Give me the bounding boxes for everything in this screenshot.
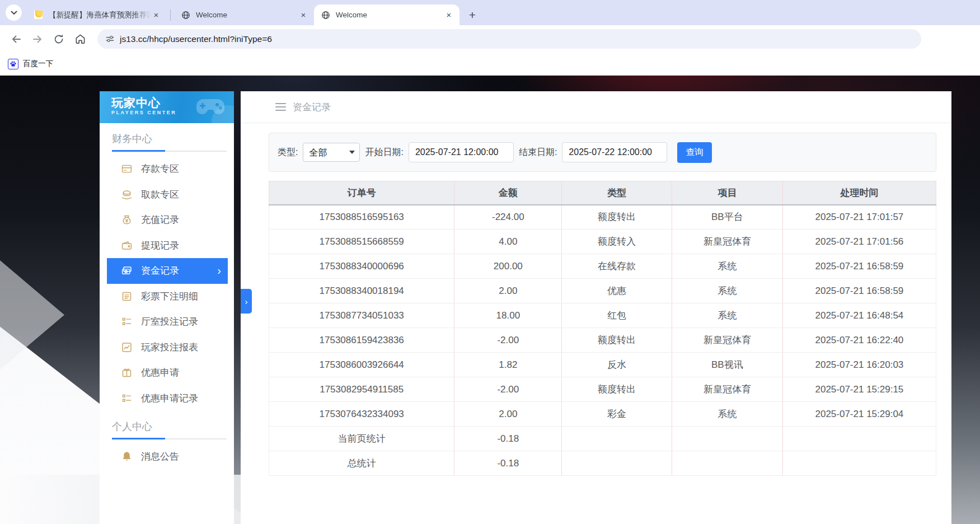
sidebar-collapse-handle[interactable]: ›	[241, 289, 252, 314]
url-text: js13.cc/hhcp/usercenter.html?iniType=6	[120, 34, 272, 44]
column-header: 订单号	[269, 181, 454, 205]
bookmarks-bar: 百度一下	[0, 53, 980, 76]
search-button[interactable]: 查询	[677, 142, 712, 163]
column-header: 类型	[562, 181, 672, 205]
cell-time: 2025-07-21 15:29:04	[782, 402, 936, 427]
cell-type: 额度转出	[562, 205, 672, 230]
sidebar-item-label: 存款专区	[141, 162, 179, 175]
wallet-icon	[120, 239, 133, 251]
forward-button[interactable]	[27, 29, 48, 50]
sidebar-section-title: 个人中心	[100, 411, 234, 438]
cell-type: 优惠	[562, 279, 672, 303]
globe-favicon	[321, 10, 330, 20]
browser-tab-1[interactable]: 【新提醒】海燕体育预测推荐区 ×	[27, 4, 167, 25]
cell-type: 彩金	[562, 402, 672, 427]
bookmark-baidu[interactable]: 百度一下	[8, 59, 53, 69]
cell-type: 额度转出	[562, 328, 672, 353]
sidebar-item-label: 取款专区	[141, 188, 179, 201]
cell-time	[782, 451, 936, 476]
back-button[interactable]	[6, 29, 27, 50]
tab-search-button[interactable]	[6, 4, 22, 21]
cell-amount: 200.00	[454, 254, 562, 279]
sidebar-item[interactable]: 玩家投注报表	[107, 335, 228, 361]
tab-close-icon[interactable]: ×	[444, 10, 454, 20]
table-row: 1753082954911585-2.00额度转出新皇冠体育2025-07-21…	[269, 377, 936, 402]
type-label: 类型:	[278, 147, 298, 158]
sidebar-item[interactable]: 彩票下注明细	[107, 284, 228, 310]
sidebar-item[interactable]: 提现记录	[107, 233, 228, 259]
cell-amount: 1.82	[454, 353, 562, 377]
cell-type: 额度转入	[562, 230, 672, 254]
cell-amount: -2.00	[454, 377, 562, 402]
funds-record-table: 订单号金额类型项目处理时间 1753088516595163-224.00额度转…	[269, 181, 936, 476]
cell-time: 2025-07-21 16:58:59	[782, 254, 936, 279]
table-row: 17530860039266441.82反水BB视讯2025-07-21 16:…	[269, 353, 936, 377]
cell-amount: -224.00	[454, 205, 562, 230]
cell-time: 2025-07-21 16:58:59	[782, 279, 936, 303]
browser-tab-3-active[interactable]: Welcome ×	[314, 4, 459, 25]
cell-type: 红包	[562, 303, 672, 328]
browser-tab-2[interactable]: Welcome ×	[174, 4, 314, 25]
sidebar-item-label: 优惠申请记录	[141, 392, 198, 405]
address-bar[interactable]: js13.cc/hhcp/usercenter.html?iniType=6	[97, 29, 921, 49]
cell-time: 2025-07-21 17:01:56	[782, 230, 936, 254]
cell-order-no: 1753088340000696	[269, 254, 454, 279]
cell-project	[672, 451, 782, 476]
doc-icon	[120, 290, 133, 302]
table-header-row: 订单号金额类型项目处理时间	[269, 181, 936, 205]
home-button[interactable]	[69, 29, 91, 50]
sidebar-item[interactable]: 取款专区	[107, 182, 228, 208]
sidebar-item-label: 消息公告	[141, 450, 179, 463]
sidebar-item[interactable]: 充值记录	[107, 207, 228, 233]
reload-button[interactable]	[48, 29, 69, 50]
cell-order-no: 1753082954911585	[269, 377, 454, 402]
sidebar-item[interactable]: 资金记录›	[107, 258, 228, 284]
menu-icon[interactable]	[275, 103, 286, 111]
cell-amount: -0.18	[454, 451, 562, 476]
list-icon	[120, 316, 133, 328]
tab-title: Welcome	[336, 11, 444, 19]
cell-amount: 2.00	[454, 402, 562, 427]
cell-time: 2025-07-21 16:20:03	[782, 353, 936, 377]
start-date-label: 开始日期:	[365, 147, 403, 158]
forward-arrow-icon	[32, 34, 43, 45]
tab-separator	[170, 10, 171, 21]
sidebar-item[interactable]: 优惠申请	[107, 360, 228, 386]
cell-time: 2025-07-21 16:48:54	[782, 303, 936, 328]
start-date-input[interactable]	[409, 142, 514, 162]
type-select[interactable]: 全部	[303, 143, 360, 162]
end-date-label: 结束日期:	[519, 147, 557, 158]
cell-amount: 4.00	[454, 230, 562, 254]
cell-project: 系统	[672, 303, 782, 328]
cell-project: 新皇冠体育	[672, 377, 782, 402]
column-header: 处理时间	[782, 181, 936, 205]
bookmark-label: 百度一下	[23, 59, 53, 69]
sidebar-item[interactable]: 消息公告	[107, 444, 228, 470]
page-background: 玩家中心 PLAYERS CENTER 财务中心存款专区取款专区充值记录提现记录…	[0, 76, 980, 524]
table-row: 1753086159423836-2.00额度转出新皇冠体育2025-07-21…	[269, 328, 936, 353]
cell-order-no: 1753088515668559	[269, 230, 454, 254]
table-row: 1753088340000696200.00在线存款系统2025-07-21 1…	[269, 254, 936, 279]
cell-project: BB视讯	[672, 353, 782, 377]
sidebar-item[interactable]: 存款专区	[107, 156, 228, 182]
site-settings-icon	[105, 34, 115, 44]
new-tab-button[interactable]: +	[465, 8, 480, 22]
cell-type: 额度转出	[562, 377, 672, 402]
section-underline	[112, 438, 227, 439]
tab-close-icon[interactable]: ×	[151, 10, 161, 20]
reload-icon	[53, 34, 64, 45]
sidebar-item-label: 优惠申请	[141, 366, 179, 379]
sidebar-banner: 玩家中心 PLAYERS CENTER	[100, 91, 234, 123]
end-date-input[interactable]	[562, 142, 667, 162]
globe-favicon	[181, 10, 190, 20]
column-header: 项目	[672, 181, 782, 205]
cell-project: 新皇冠体育	[672, 230, 782, 254]
sidebar-item[interactable]: 厅室投注记录	[107, 309, 228, 335]
home-icon	[74, 33, 86, 45]
section-underline	[112, 151, 227, 152]
cell-amount: -0.18	[454, 427, 562, 451]
sidebar-item-label: 厅室投注记录	[141, 315, 198, 328]
tab-close-icon[interactable]: ×	[298, 10, 308, 20]
sidebar-item[interactable]: 优惠申请记录	[107, 386, 228, 411]
cell-order-no: 1753087734051033	[269, 303, 454, 328]
